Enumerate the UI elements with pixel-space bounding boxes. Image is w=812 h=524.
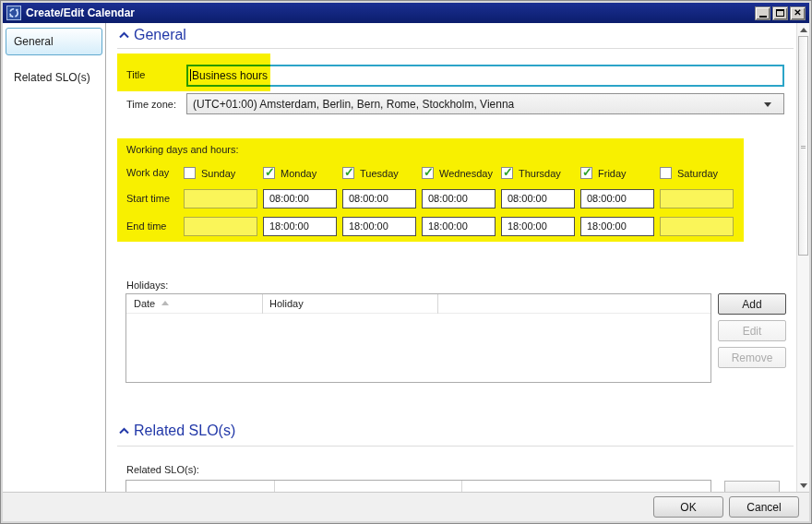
- scroll-up-icon: [800, 28, 807, 32]
- sidebar: GeneralRelated SLO(s): [3, 23, 106, 492]
- workday-label-monday: Monday: [281, 168, 316, 179]
- related-slo-add-button-partial[interactable]: [724, 481, 780, 492]
- start-time-input-monday[interactable]: 08:00:00: [263, 189, 337, 208]
- general-section-title: General: [134, 27, 186, 43]
- workday-label-wednesday: Wednesday: [439, 168, 493, 179]
- scroll-up-button[interactable]: [797, 23, 809, 36]
- workday-label-sunday: Sunday: [201, 168, 235, 179]
- workday-label-saturday: Saturday: [677, 168, 718, 179]
- section-divider: [117, 446, 794, 447]
- workday-checkbox-saturday[interactable]: [660, 167, 672, 179]
- vertical-scrollbar[interactable]: [796, 23, 809, 492]
- scrollbar-grip-icon: [801, 146, 806, 149]
- column-divider: [437, 294, 438, 314]
- working-days-label: Working days and hours:: [126, 144, 238, 155]
- workday-row: Work day SundayMondayTuesdayWednesdayThu…: [126, 162, 739, 183]
- general-section-header[interactable]: General: [119, 27, 186, 43]
- window-title: Create/Edit Calendar: [26, 6, 750, 20]
- end-time-input-friday[interactable]: 18:00:00: [580, 217, 654, 236]
- workday-checkbox-friday[interactable]: [580, 167, 592, 179]
- workday-cell-tuesday: Tuesday: [342, 164, 422, 181]
- workday-checkbox-tuesday[interactable]: [342, 167, 354, 179]
- section-divider: [117, 48, 794, 49]
- working-days-highlight-block: Working days and hours: Work day SundayM…: [117, 138, 744, 242]
- end-row: End time 18:00:0018:00:0018:00:0018:00:0…: [126, 216, 739, 236]
- scrollbar-thumb[interactable]: [798, 36, 808, 256]
- column-header-holiday[interactable]: Holiday: [269, 298, 304, 309]
- maximize-icon: [776, 9, 784, 17]
- workday-row-label: Work day: [126, 167, 184, 178]
- column-divider: [262, 294, 263, 314]
- content-scroll-area: General Title Business hours Time zone: …: [106, 23, 796, 492]
- chevron-up-icon: [119, 427, 129, 435]
- end-time-input-sunday[interactable]: [184, 217, 257, 236]
- workday-label-friday: Friday: [598, 168, 627, 179]
- minimize-icon: [759, 16, 767, 18]
- workday-cell-sunday: Sunday: [184, 164, 263, 181]
- workday-cell-wednesday: Wednesday: [422, 164, 501, 181]
- start-time-input-saturday[interactable]: [660, 189, 734, 208]
- workday-checkbox-thursday[interactable]: [501, 167, 513, 179]
- column-divider: [274, 481, 275, 492]
- timezone-dropdown[interactable]: (UTC+01:00) Amsterdam, Berlin, Bern, Rom…: [186, 93, 784, 114]
- end-time-input-thursday[interactable]: 18:00:00: [501, 217, 575, 236]
- column-header-date[interactable]: Date: [134, 298, 169, 309]
- titlebar: Create/Edit Calendar ✕: [3, 3, 809, 23]
- start-time-input-thursday[interactable]: 08:00:00: [501, 189, 575, 208]
- end-time-input-monday[interactable]: 18:00:00: [263, 217, 337, 236]
- title-input[interactable]: Business hours: [186, 65, 784, 87]
- workday-cell-saturday: Saturday: [660, 164, 739, 181]
- column-divider: [461, 481, 462, 492]
- related-slo-table[interactable]: [125, 480, 711, 492]
- ok-button[interactable]: OK: [653, 496, 723, 518]
- maximize-button[interactable]: [772, 6, 788, 20]
- text-caret: [190, 69, 191, 81]
- holidays-label: Holidays:: [126, 280, 168, 291]
- start-time-input-tuesday[interactable]: 08:00:00: [342, 189, 416, 208]
- workday-cell-monday: Monday: [263, 164, 342, 181]
- close-icon: ✕: [794, 8, 801, 18]
- sort-ascending-icon: [161, 301, 169, 305]
- timezone-label: Time zone:: [126, 99, 176, 110]
- related-slo-section-header[interactable]: Related SLO(s): [119, 423, 235, 439]
- scroll-down-icon: [800, 483, 807, 488]
- end-time-input-tuesday[interactable]: 18:00:00: [342, 217, 416, 236]
- add-holiday-button[interactable]: Add: [718, 293, 786, 315]
- edit-holiday-button[interactable]: Edit: [718, 320, 786, 341]
- workday-label-thursday: Thursday: [519, 168, 561, 179]
- related-slo-section-title: Related SLO(s): [134, 423, 235, 439]
- chevron-up-icon: [119, 31, 129, 39]
- related-slo-label: Related SLO(s):: [126, 464, 199, 475]
- start-time-input-wednesday[interactable]: 08:00:00: [422, 189, 496, 208]
- sidebar-item-general[interactable]: General: [6, 28, 102, 55]
- holidays-table-header: Date Holiday: [126, 294, 710, 314]
- scroll-down-button[interactable]: [797, 479, 809, 492]
- calendar-app-icon: [6, 6, 21, 20]
- end-time-input-saturday[interactable]: [660, 217, 734, 236]
- holiday-buttons: AddEditRemove: [718, 293, 786, 368]
- end-time-input-wednesday[interactable]: 18:00:00: [422, 217, 496, 236]
- dropdown-arrow-icon: [764, 102, 771, 107]
- sidebar-item-related-slo-s[interactable]: Related SLO(s): [6, 64, 102, 91]
- workday-cell-thursday: Thursday: [501, 164, 580, 181]
- start-time-input-friday[interactable]: 08:00:00: [580, 189, 654, 208]
- minimize-button[interactable]: [755, 6, 770, 20]
- remove-holiday-button[interactable]: Remove: [718, 347, 786, 368]
- workday-checkbox-sunday[interactable]: [184, 167, 196, 179]
- workday-checkbox-monday[interactable]: [263, 167, 275, 179]
- holidays-table[interactable]: Date Holiday: [125, 293, 711, 383]
- workday-label-tuesday: Tuesday: [360, 168, 399, 179]
- create-edit-calendar-dialog: Create/Edit Calendar ✕ GeneralRelated SL…: [0, 0, 812, 524]
- start-time-input-sunday[interactable]: [184, 189, 257, 208]
- workday-checkbox-wednesday[interactable]: [422, 167, 434, 179]
- close-button[interactable]: ✕: [790, 6, 806, 20]
- dialog-footer: OK Cancel: [3, 492, 809, 521]
- cancel-button[interactable]: Cancel: [729, 496, 799, 518]
- title-label: Title: [126, 69, 145, 80]
- workday-cell-friday: Friday: [580, 164, 660, 181]
- start-time-row-label: Start time: [126, 193, 184, 204]
- start-row: Start time 08:00:0008:00:0008:00:0008:00…: [126, 188, 739, 208]
- end-time-row-label: End time: [126, 220, 184, 232]
